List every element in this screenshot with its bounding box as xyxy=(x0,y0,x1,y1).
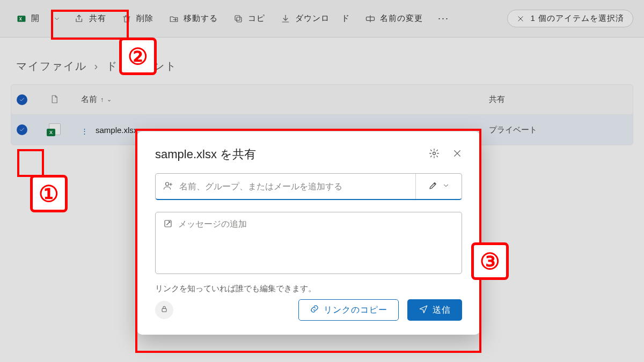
recipient-field[interactable] xyxy=(156,174,415,199)
copy-label: コピ xyxy=(248,13,265,24)
compose-icon xyxy=(163,219,173,267)
svg-rect-2 xyxy=(235,16,240,20)
excel-icon xyxy=(16,13,27,24)
clear-selection-icon[interactable] xyxy=(516,14,525,23)
delete-button[interactable]: 削除 xyxy=(116,10,159,27)
download-label: ダウンロ xyxy=(295,13,330,24)
message-field[interactable]: メッセージの追加 xyxy=(155,212,462,274)
share-dialog: sample.xlsx を共有 xyxy=(137,131,480,335)
permission-dropdown[interactable] xyxy=(415,174,462,199)
trash-icon xyxy=(121,13,132,24)
annotation-number-1: ① xyxy=(30,175,68,212)
share-icon xyxy=(74,13,85,24)
col-share-label[interactable]: 共有 xyxy=(489,94,505,104)
rename-label: 名前の変更 xyxy=(380,13,423,24)
breadcrumb-current: ドキュメント xyxy=(106,60,177,72)
close-button[interactable] xyxy=(452,149,462,161)
chevron-down-icon xyxy=(52,13,62,24)
select-all-checkbox[interactable] xyxy=(17,94,27,105)
share-button[interactable]: 共有 xyxy=(69,10,112,27)
close-icon xyxy=(452,150,462,160)
gear-icon xyxy=(429,150,440,161)
svg-rect-0 xyxy=(18,16,26,22)
copy-link-label: リンクのコピー xyxy=(324,305,387,316)
share-label: 共有 xyxy=(89,13,106,24)
settings-button[interactable] xyxy=(429,148,440,161)
copy-icon xyxy=(233,13,244,24)
svg-rect-7 xyxy=(162,308,166,312)
xlsx-file-icon: X xyxy=(49,123,61,135)
lock-icon xyxy=(160,305,169,315)
drag-handle-icon[interactable] xyxy=(81,125,90,135)
move-label: 移動する xyxy=(184,13,218,24)
pencil-icon xyxy=(428,181,438,193)
download-button[interactable]: ダウンロ ド xyxy=(275,10,355,27)
more-button[interactable]: ··· xyxy=(433,13,455,24)
file-list-header: 名前 ↑ ⌄ 共有 xyxy=(11,85,633,115)
selection-indicator[interactable]: 1 個のアイテムを選択済 xyxy=(507,10,633,27)
row-checkbox[interactable] xyxy=(17,124,27,135)
svg-point-4 xyxy=(433,152,436,154)
chevron-down-icon[interactable]: ⌄ xyxy=(107,96,112,103)
rename-icon xyxy=(365,13,376,24)
open-dropdown[interactable] xyxy=(49,10,64,27)
more-label: ··· xyxy=(438,13,449,24)
message-placeholder: メッセージの追加 xyxy=(178,219,247,267)
chevron-right-icon: › xyxy=(94,60,99,72)
folder-move-icon xyxy=(169,13,179,24)
svg-point-5 xyxy=(166,182,169,186)
breadcrumb-root[interactable]: マイファイル xyxy=(16,60,87,72)
dialog-title: sample.xlsx を共有 xyxy=(155,146,256,162)
rename-button[interactable]: 名前の変更 xyxy=(360,10,428,27)
download-icon xyxy=(280,13,291,24)
file-type-icon xyxy=(49,94,60,105)
file-name[interactable]: sample.xlsx xyxy=(96,125,137,135)
send-icon xyxy=(419,304,428,316)
move-button[interactable]: 移動する xyxy=(163,10,223,27)
svg-rect-1 xyxy=(237,17,241,22)
open-label: 開 xyxy=(31,13,40,24)
command-toolbar: 開 共有 削除 移動する コピ ダウンロ ド xyxy=(0,0,644,38)
send-label: 送信 xyxy=(433,305,451,316)
open-button[interactable]: 開 xyxy=(11,10,45,27)
breadcrumb: マイファイル › ドキュメント xyxy=(0,38,644,84)
col-name-label[interactable]: 名前 xyxy=(81,94,97,105)
download-label-suffix: ド xyxy=(341,13,350,24)
delete-label: 削除 xyxy=(136,13,153,24)
link-permission-info: リンクを知っていれば誰でも編集できます。 xyxy=(155,284,462,294)
person-add-icon xyxy=(163,181,173,193)
copy-link-button[interactable]: リンクのコピー xyxy=(298,299,399,321)
link-settings-chip[interactable] xyxy=(155,301,173,319)
file-share-status: プライベート xyxy=(489,125,537,134)
copy-button[interactable]: コピ xyxy=(228,10,270,27)
annotation-box-row-check xyxy=(17,149,44,177)
link-icon xyxy=(310,304,319,316)
recipient-input[interactable] xyxy=(179,182,408,191)
chevron-down-icon xyxy=(442,182,450,191)
send-button[interactable]: 送信 xyxy=(407,299,462,321)
sort-asc-icon[interactable]: ↑ xyxy=(100,96,104,104)
selection-text: 1 個のアイテムを選択済 xyxy=(530,13,624,24)
